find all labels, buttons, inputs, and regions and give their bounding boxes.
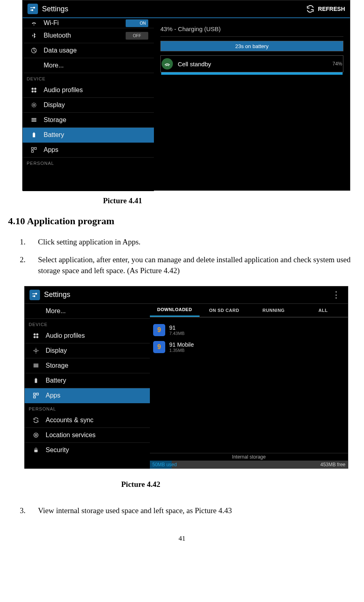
sidebar: Wi-Fi ON Bluetooth OFF Data usage [23, 18, 154, 191]
sidebar: More... DEVICE Audio profiles Display [25, 304, 150, 469]
apps-pane: DOWNLOADED ON SD CARD RUNNING ALL 9917.4… [150, 304, 348, 469]
display-icon [32, 347, 40, 354]
tab-all[interactable]: ALL [299, 304, 348, 317]
sidebar-item-storage[interactable]: Storage [25, 358, 150, 373]
tab-on-sd-card[interactable]: ON SD CARD [200, 304, 249, 317]
sidebar-item-accounts-sync[interactable]: Accounts & sync [25, 413, 150, 428]
svg-point-28 [34, 433, 38, 437]
svg-rect-19 [34, 364, 38, 364]
page-number: 41 [8, 535, 356, 543]
storage-icon [30, 117, 38, 123]
sidebar-item-display[interactable]: Display [23, 98, 154, 113]
tab-running[interactable]: RUNNING [249, 304, 299, 317]
battery-status[interactable]: 43% - Charging (USB) [160, 24, 343, 37]
storage-bar: 50MB used 453MB free [150, 461, 348, 469]
app-icon: 9 [153, 324, 165, 336]
overflow-menu-icon[interactable]: ⋮ [329, 290, 343, 300]
screen-title: Settings [44, 290, 70, 299]
list-item[interactable]: 9917.43MB [150, 322, 348, 339]
display-label: Display [44, 101, 65, 109]
sidebar-item-apps[interactable]: Apps [23, 143, 154, 158]
svg-rect-23 [36, 378, 36, 379]
svg-point-1 [32, 88, 34, 90]
sidebar-header-personal: PERSONAL [25, 403, 150, 413]
app-name: 91 [169, 324, 185, 331]
battery-icon [30, 132, 38, 138]
sidebar-item-wifi[interactable]: Wi-Fi ON [23, 18, 154, 28]
svg-rect-29 [34, 449, 38, 452]
svg-point-18 [35, 349, 37, 352]
topbar: Settings ⋮ [25, 286, 348, 304]
audio-profiles-icon [32, 333, 40, 339]
apps-label: Apps [44, 146, 58, 154]
svg-point-16 [34, 336, 36, 338]
audio-profiles-label: Audio profiles [46, 332, 85, 339]
cell-standby-progress [161, 72, 343, 75]
svg-point-27 [35, 434, 37, 436]
svg-point-5 [33, 104, 35, 106]
tab-downloaded[interactable]: DOWNLOADED [150, 304, 200, 317]
sidebar-header-device: DEVICE [23, 73, 154, 83]
svg-point-17 [36, 336, 38, 338]
data-usage-icon [30, 47, 38, 54]
list-item[interactable]: 991 Mobile1.35MB [150, 339, 348, 356]
caption-4-41: Picture 4.41 [103, 196, 356, 205]
battery-icon [32, 377, 40, 384]
svg-point-2 [34, 88, 36, 90]
app-size: 7.43MB [169, 331, 185, 336]
data-usage-label: Data usage [44, 47, 77, 54]
sidebar-item-security[interactable]: Security [25, 443, 150, 457]
svg-rect-26 [34, 396, 36, 398]
sidebar-item-audio-profiles[interactable]: Audio profiles [23, 83, 154, 98]
refresh-button[interactable]: REFRESH [306, 4, 345, 13]
audio-profiles-icon [30, 87, 38, 93]
sidebar-item-bluetooth[interactable]: Bluetooth OFF [23, 28, 154, 43]
sidebar-item-battery[interactable]: Battery [25, 373, 150, 388]
display-label: Display [46, 347, 67, 354]
sidebar-item-audio-profiles[interactable]: Audio profiles [25, 328, 150, 343]
more-label: More... [46, 307, 66, 315]
settings-app-icon [29, 290, 40, 300]
sidebar-item-location-services[interactable]: Location services [25, 428, 150, 443]
location-services-label: Location services [46, 432, 96, 439]
sidebar-item-apps[interactable]: Apps [25, 388, 150, 403]
storage-icon [32, 362, 40, 369]
sidebar-item-battery[interactable]: Battery [23, 128, 154, 143]
svg-rect-11 [32, 147, 34, 149]
svg-rect-20 [34, 365, 38, 366]
sidebar-item-display[interactable]: Display [25, 343, 150, 358]
audio-profiles-label: Audio profiles [44, 86, 83, 94]
sidebar-header-device: DEVICE [25, 319, 150, 328]
wifi-label: Wi-Fi [44, 19, 59, 27]
bluetooth-icon [30, 32, 38, 39]
svg-rect-8 [32, 121, 36, 122]
svg-point-4 [34, 91, 36, 93]
accounts-sync-label: Accounts & sync [46, 417, 93, 424]
apps-icon [30, 147, 38, 153]
storage-label: Storage [44, 116, 66, 124]
cell-standby-icon [162, 58, 173, 69]
battery-pane: 43% - Charging (USB) 23s on battery Cell… [154, 18, 350, 191]
screen-title: Settings [42, 5, 68, 13]
bluetooth-toggle[interactable]: OFF [126, 32, 148, 40]
refresh-icon [306, 4, 315, 13]
caption-4-42: Picture 4.42 [121, 480, 356, 489]
more-label: More... [44, 62, 64, 69]
sidebar-item-more[interactable]: More... [23, 58, 154, 73]
sidebar-item-more[interactable]: More... [25, 304, 150, 319]
apps-label: Apps [46, 392, 60, 399]
cell-standby-item[interactable]: Cell standby 74% [160, 55, 343, 75]
steps-list: Click setting application in Apps. Selec… [27, 236, 356, 276]
wifi-toggle[interactable]: ON [126, 19, 148, 27]
svg-rect-12 [34, 147, 36, 149]
svg-rect-7 [32, 120, 36, 120]
svg-point-14 [34, 333, 36, 335]
svg-rect-13 [32, 150, 34, 152]
security-label: Security [46, 446, 69, 454]
battery-label: Battery [46, 377, 66, 384]
apps-icon [32, 392, 40, 399]
sidebar-item-storage[interactable]: Storage [23, 113, 154, 128]
step-3: View internal storage used space and lef… [27, 505, 356, 516]
lock-icon [32, 447, 40, 453]
sidebar-item-data-usage[interactable]: Data usage [23, 43, 154, 58]
